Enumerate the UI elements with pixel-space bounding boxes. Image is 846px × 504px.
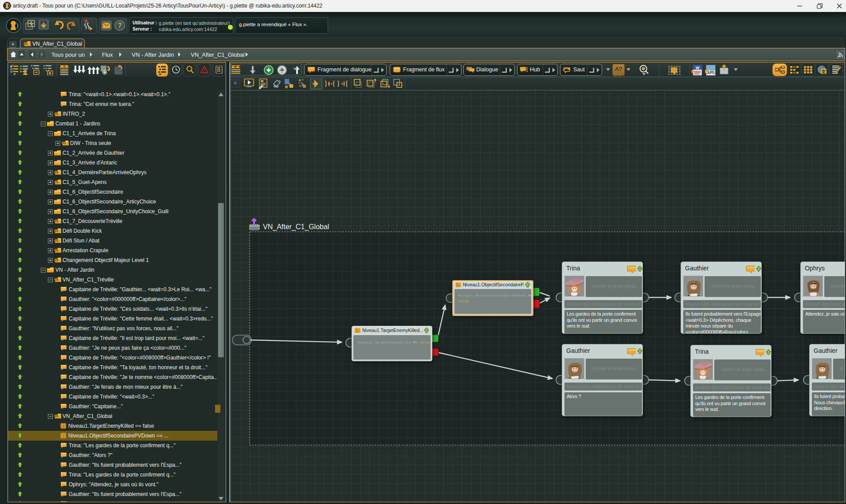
svg-text:文: 文 [821,69,826,74]
svg-text:W: W [696,66,700,70]
svg-text:?: ? [118,22,122,29]
